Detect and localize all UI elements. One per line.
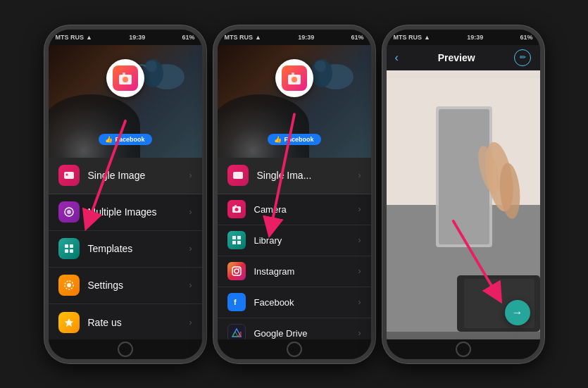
submenu-library[interactable]: Library › <box>218 225 371 256</box>
svg-rect-11 <box>70 244 73 248</box>
svg-marker-37 <box>232 329 241 337</box>
menu-label-settings: Settings <box>88 280 189 291</box>
time-display-3: 19:39 <box>467 34 483 41</box>
submenu-instagram[interactable]: Instagram › <box>218 256 371 287</box>
svg-rect-6 <box>64 172 74 179</box>
phone-2-frame: MTS RUS ▲ 19:39 61% <box>213 25 375 363</box>
library-icon <box>227 231 246 249</box>
submenu-google-drive[interactable]: Google Drive › <box>218 318 371 339</box>
edit-button[interactable]: ✏ <box>514 49 531 66</box>
menu-label-single-image: Single Image <box>88 170 189 181</box>
menu-item-settings[interactable]: Settings › <box>49 268 202 304</box>
preview-title: Preview <box>438 52 475 63</box>
home-button-1[interactable] <box>49 339 202 359</box>
google-drive-icon <box>227 324 246 339</box>
home-circle-3 <box>456 342 471 357</box>
home-button-2[interactable] <box>218 339 371 359</box>
next-button[interactable]: → <box>505 300 530 325</box>
submenu-library-label: Library <box>254 235 358 246</box>
hero-area-2: 👍 Facebook <box>218 45 371 158</box>
menu-label-rate-us: Rate us <box>88 317 189 328</box>
wifi-icon-2: ▲ <box>255 34 261 41</box>
svg-point-9 <box>67 210 71 214</box>
svg-point-23 <box>292 77 297 82</box>
phone-3: MTS RUS ▲ 19:39 61% ‹ Preview ✏ <box>382 25 544 363</box>
svg-rect-31 <box>232 241 236 244</box>
svg-rect-30 <box>237 236 241 239</box>
facebook-icon: f <box>227 293 246 311</box>
phone-2: MTS RUS ▲ 19:39 61% <box>213 25 375 363</box>
submenu-facebook[interactable]: f Facebook › <box>218 287 371 318</box>
menu-item-multiple-images[interactable]: Multiple Images › <box>49 194 202 231</box>
carrier-signal-3: MTS RUS ▲ <box>394 34 430 41</box>
menu-label-templates: Templates <box>88 243 189 254</box>
rate-us-icon <box>58 312 80 333</box>
submenu-camera-label: Camera <box>254 204 358 215</box>
menu-item-single-image[interactable]: Single Image › <box>49 158 202 194</box>
phone-1-frame: MTS RUS ▲ 19:39 61% <box>44 25 206 363</box>
chevron-icon-1: › <box>189 170 192 180</box>
home-circle-1 <box>118 342 133 357</box>
app-icon <box>106 59 144 97</box>
fb-icon: 👍 <box>105 136 113 143</box>
app-icon-inner <box>113 65 138 91</box>
preview-header: ‹ Preview ✏ <box>387 45 540 70</box>
app-icon-2 <box>275 59 313 97</box>
svg-rect-24 <box>292 73 294 75</box>
svg-rect-10 <box>65 244 68 248</box>
instagram-icon <box>227 262 246 280</box>
phone-3-screen: ‹ Preview ✏ <box>387 45 540 339</box>
svg-point-34 <box>234 269 239 273</box>
svg-point-35 <box>238 268 239 270</box>
svg-point-14 <box>67 283 71 287</box>
svg-point-4 <box>123 77 128 82</box>
menu-item-single-image-2[interactable]: Single Ima... › <box>218 158 371 194</box>
chevron-icon-5: › <box>189 318 192 327</box>
edit-icon: ✏ <box>520 53 526 62</box>
hero-area-1: 👍 Facebook <box>49 45 202 158</box>
menu-label-multiple-images: Multiple Images <box>88 206 189 218</box>
templates-icon <box>58 238 80 259</box>
next-icon: → <box>512 306 523 319</box>
app-icon-inner-2 <box>282 65 307 91</box>
camera-icon <box>227 200 246 218</box>
phone-3-frame: MTS RUS ▲ 19:39 61% ‹ Preview ✏ <box>382 25 544 363</box>
menu-item-rate-us[interactable]: Rate us › <box>49 304 202 339</box>
home-button-3[interactable] <box>387 339 540 359</box>
battery-status-3: 61% <box>520 34 532 41</box>
submenu-google-drive-label: Google Drive <box>254 328 358 339</box>
svg-text:f: f <box>234 298 237 306</box>
battery-status-2: 61% <box>351 34 363 41</box>
carrier-signal-2: MTS RUS ▲ <box>225 34 261 41</box>
time-display: 19:39 <box>129 34 145 41</box>
fb-icon-2: 👍 <box>274 136 282 143</box>
preview-photo <box>387 70 540 339</box>
time-display-2: 19:39 <box>298 34 314 41</box>
phone-2-screen: 👍 Facebook Single Ima... › <box>218 45 371 339</box>
multiple-images-icon <box>58 201 80 223</box>
submenu-camera[interactable]: Camera › <box>218 194 371 225</box>
settings-icon <box>58 275 80 296</box>
svg-rect-25 <box>233 172 243 179</box>
menu-item-templates[interactable]: Templates › <box>49 231 202 268</box>
svg-point-27 <box>234 208 238 211</box>
phone-1-screen: 👍 Facebook Single Image › Multi <box>49 45 202 339</box>
svg-point-7 <box>65 174 68 176</box>
submenu-facebook-label: Facebook <box>254 297 358 308</box>
svg-rect-5 <box>123 73 125 75</box>
back-button[interactable]: ‹ <box>395 51 399 64</box>
svg-rect-45 <box>439 109 489 244</box>
battery-status: 61% <box>182 34 194 41</box>
svg-rect-12 <box>65 249 68 253</box>
single-image-icon-2 <box>227 165 249 186</box>
chevron-icon-3: › <box>189 244 192 254</box>
battery-text: 61% <box>182 34 194 41</box>
single-image-icon <box>58 165 80 186</box>
wifi-icon: ▲ <box>86 34 92 41</box>
carrier-text-2: MTS RUS <box>225 34 254 41</box>
menu-list-1: Single Image › Multiple Images › Templat… <box>49 158 202 339</box>
battery-text-3: 61% <box>520 34 532 41</box>
facebook-badge-2: 👍 Facebook <box>267 134 320 145</box>
carrier-text-3: MTS RUS <box>394 34 423 41</box>
carrier-text: MTS RUS <box>56 34 85 41</box>
